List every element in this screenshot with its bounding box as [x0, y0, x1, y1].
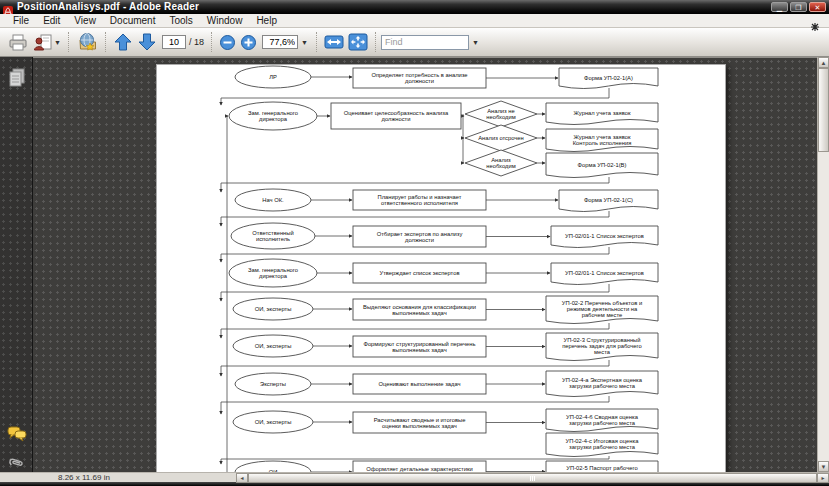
- pdf-page: Форма УП-02-1(А)ЛРОпределяет потребность…: [156, 64, 726, 472]
- flowchart-diagram: Форма УП-02-1(А)ЛРОпределяет потребность…: [157, 65, 727, 472]
- flow-doc-label: места: [594, 349, 611, 355]
- flow-role-label: Эксперты: [260, 381, 286, 387]
- vertical-scroll-track[interactable]: [818, 152, 829, 461]
- attachments-panel-button[interactable]: [0, 450, 33, 468]
- scroll-left-button[interactable]: ◄: [236, 473, 248, 483]
- flow-role-label: ОИ, эксперты: [255, 343, 292, 349]
- menu-item-window[interactable]: Window: [200, 14, 250, 28]
- previous-page-button[interactable]: [111, 31, 135, 53]
- menu-item-file[interactable]: File: [6, 14, 36, 28]
- horizontal-scroll-thumb[interactable]: [248, 473, 817, 483]
- horizontal-scrollbar[interactable]: ◄ ►: [236, 473, 829, 483]
- flow-condition-label: необходим: [486, 114, 515, 120]
- adobe-reader-window: PositionAnalisys.pdf - Adobe Reader ▁ ❐ …: [0, 0, 829, 486]
- flow-action-label: выполняемых задач: [392, 347, 446, 353]
- flow-action-label: выполняемых задач: [392, 310, 446, 316]
- menu-decoration-icon: [811, 17, 819, 35]
- toolbar-separator: [105, 32, 106, 52]
- menu-item-help[interactable]: Help: [249, 14, 284, 28]
- window-title: PositionAnalisys.pdf - Adobe Reader: [17, 0, 199, 14]
- flow-condition-label: необходим: [486, 163, 515, 169]
- flow-doc-label: загрузки рабочего места: [569, 420, 636, 426]
- toolbar-separator: [68, 32, 69, 52]
- flow-role-label: Нач ОК.: [262, 197, 284, 203]
- fit-width-button[interactable]: [322, 32, 346, 52]
- flow-doc-label: Журнал учета заявок: [574, 110, 631, 116]
- document-viewport[interactable]: Форма УП-02-1(А)ЛРОпределяет потребность…: [33, 57, 817, 472]
- zoom-level-input[interactable]: [262, 35, 298, 49]
- flow-doc-label: Контроль исполнения: [573, 140, 632, 146]
- flow-action-label: оценки выполняемых задач: [382, 423, 457, 429]
- flow-action-label: должности: [405, 78, 434, 84]
- toolbar-separator: [316, 32, 317, 52]
- flow-role-label: исполнитель: [256, 236, 290, 242]
- flow-action-label: должности: [382, 116, 411, 122]
- flow-doc-label: УП-02/01-1 Список экспертов: [565, 233, 644, 239]
- email-dropdown-arrow-icon: ▼: [54, 39, 61, 46]
- flow-action-label: Утверждает список экспертов: [379, 270, 459, 276]
- fit-page-button[interactable]: [346, 32, 370, 52]
- flow-role-label: ЛР: [269, 74, 277, 80]
- navigation-pane: [0, 57, 33, 472]
- find-dropdown-button[interactable]: ▼: [469, 39, 482, 46]
- toolbar-separator: [375, 32, 376, 52]
- page-number-input[interactable]: [162, 35, 186, 49]
- menu-item-view[interactable]: View: [67, 14, 103, 28]
- flow-doc-label: загрузки рабочего места: [569, 383, 636, 389]
- toolbar: ▼ / 18 ▼: [0, 28, 829, 57]
- page-count-label: / 18: [189, 37, 204, 47]
- menu-bar: FileEditViewDocumentToolsWindowHelp: [0, 14, 829, 28]
- vertical-scroll-thumb[interactable]: [818, 68, 829, 152]
- flow-doc-label: Форма УП-02-1(А): [584, 75, 633, 81]
- flow-role-label: директора: [259, 116, 288, 122]
- next-page-button[interactable]: [135, 31, 159, 53]
- menu-item-document[interactable]: Document: [103, 14, 163, 28]
- zoom-out-button[interactable]: [217, 33, 238, 52]
- flow-doc-label: рабочем месте: [582, 312, 623, 318]
- menu-item-tools[interactable]: Tools: [162, 14, 199, 28]
- find-input[interactable]: [381, 35, 469, 50]
- pages-panel-button[interactable]: [0, 67, 33, 87]
- flow-doc-label: загрузки рабочего места: [569, 444, 636, 450]
- scroll-up-button[interactable]: ▲: [818, 57, 829, 68]
- zoom-in-button[interactable]: [238, 33, 259, 52]
- comments-panel-button[interactable]: [0, 425, 33, 442]
- flow-doc-label: Форма УП-02-1(В): [578, 162, 627, 168]
- close-button[interactable]: ✕: [809, 2, 826, 12]
- minimize-button[interactable]: ▁: [771, 2, 788, 12]
- title-bar[interactable]: PositionAnalisys.pdf - Adobe Reader ▁ ❐ …: [0, 0, 829, 14]
- flow-doc-label: Форма УП-02-1(С): [584, 197, 633, 203]
- print-button[interactable]: [5, 32, 31, 53]
- flow-doc-label: УП-02/01-1 Список экспертов: [565, 270, 644, 276]
- toolbar-separator: [211, 32, 212, 52]
- flow-action-label: должности: [405, 237, 434, 243]
- scroll-right-button[interactable]: ►: [817, 473, 829, 483]
- flow-feedback-line: [227, 116, 228, 472]
- flow-action-label: Оценивают выполнение задач: [378, 381, 460, 387]
- vertical-scrollbar[interactable]: ▲ ▼: [817, 57, 829, 472]
- flow-role-label: ОИ, эксперты: [255, 419, 292, 425]
- flow-role-label: директора: [259, 273, 288, 279]
- flow-action-label: ответственного исполнителя: [381, 200, 458, 206]
- menu-item-edit[interactable]: Edit: [36, 14, 67, 28]
- email-review-button[interactable]: ▼: [31, 32, 63, 53]
- adobe-reader-icon: [3, 2, 13, 12]
- flow-condition-label: Анализ отсрочен: [478, 135, 524, 141]
- page-dimensions-label: 8.26 x 11.69 in: [58, 473, 110, 483]
- scroll-down-button[interactable]: ▼: [818, 461, 829, 472]
- flow-role-label: ОИ, эксперты: [255, 306, 292, 312]
- restore-button[interactable]: ❐: [790, 2, 807, 12]
- zoom-dropdown-button[interactable]: ▼: [298, 39, 311, 46]
- main-area: Форма УП-02-1(А)ЛРОпределяет потребность…: [0, 57, 829, 472]
- collaborate-button[interactable]: [74, 31, 100, 53]
- status-bar: 8.26 x 11.69 in ◄ ►: [0, 472, 829, 482]
